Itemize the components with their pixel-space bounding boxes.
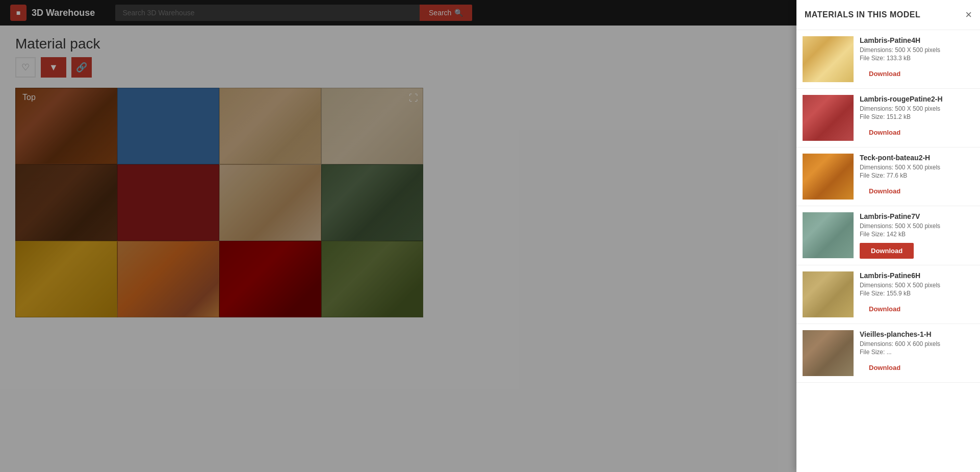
material-name: Vieilles-planches-1-H [860, 330, 974, 338]
grid-cell-5 [15, 164, 117, 241]
material-name: Lambris-Patine7V [860, 212, 974, 220]
grid-cell-7 [219, 164, 321, 241]
material-item: Lambris-Patine6HDimensions: 500 X 500 pi… [796, 265, 980, 324]
grid-cell-12 [321, 241, 423, 317]
search-button[interactable]: Search 🔍 [420, 5, 472, 21]
close-button[interactable]: × [965, 9, 972, 20]
grid-cell-9 [15, 241, 117, 317]
download-button[interactable]: Download [860, 126, 910, 139]
material-thumbnail [803, 154, 854, 200]
logo: ■ 3D Warehouse [0, 5, 105, 21]
material-thumbnail [803, 271, 854, 317]
material-info: Lambris-Patine4HDimensions: 500 X 500 pi… [860, 36, 974, 81]
material-info: Lambris-rougePatine2-HDimensions: 500 X … [860, 95, 974, 139]
material-item: Lambris-Patine7VDimensions: 500 X 500 pi… [796, 206, 980, 265]
material-thumbnail [803, 36, 854, 82]
material-item: Lambris-Patine4HDimensions: 500 X 500 pi… [796, 30, 980, 89]
material-info: Vieilles-planches-1-HDimensions: 600 X 6… [860, 330, 974, 375]
material-filesize: File Size: 77.6 kB [860, 172, 974, 179]
download-button[interactable]: Download [860, 361, 910, 375]
search-icon: 🔍 [454, 9, 463, 17]
viewer-label: Top [22, 93, 36, 102]
material-dimensions: Dimensions: 500 X 500 pixels [860, 164, 974, 171]
logo-text: 3D Warehouse [32, 8, 95, 18]
grid-cell-11 [219, 241, 321, 317]
material-filesize: File Size: 155.9 kB [860, 290, 974, 297]
materials-header: MATERIALS IN THIS MODEL × [796, 0, 980, 30]
material-item: Vieilles-planches-1-HDimensions: 600 X 6… [796, 324, 980, 383]
material-dimensions: Dimensions: 500 X 500 pixels [860, 222, 974, 230]
download-button[interactable]: Download [860, 67, 910, 81]
material-name: Lambris-Patine6H [860, 271, 974, 280]
grid-cell-3 [219, 88, 321, 164]
model-grid [15, 88, 423, 317]
material-filesize: File Size: 142 kB [860, 231, 974, 238]
materials-title: MATERIALS IN THIS MODEL [805, 10, 920, 19]
grid-cell-4 [321, 88, 423, 164]
model-viewer: Top ⛶ [15, 88, 423, 317]
material-dimensions: Dimensions: 500 X 500 pixels [860, 105, 974, 112]
search-input[interactable] [115, 5, 420, 21]
material-thumbnail [803, 330, 854, 376]
grid-cell-2 [117, 88, 219, 164]
material-info: Lambris-Patine6HDimensions: 500 X 500 pi… [860, 271, 974, 316]
material-dimensions: Dimensions: 500 X 500 pixels [860, 282, 974, 289]
material-filesize: File Size: 151.2 kB [860, 113, 974, 120]
logo-icon: ■ [10, 5, 27, 21]
action-button[interactable]: ▼ [41, 57, 66, 78]
material-filesize: File Size: 133.3 kB [860, 55, 974, 62]
expand-icon[interactable]: ⛶ [409, 93, 418, 104]
grid-cell-10 [117, 241, 219, 317]
material-dimensions: Dimensions: 600 X 600 pixels [860, 340, 974, 347]
material-dimensions: Dimensions: 500 X 500 pixels [860, 46, 974, 54]
material-item: Teck-pont-bateau2-HDimensions: 500 X 500… [796, 147, 980, 206]
download-button[interactable]: Download [860, 243, 914, 259]
share-button[interactable]: 🔗 [71, 57, 92, 78]
material-name: Lambris-rougePatine2-H [860, 95, 974, 103]
material-info: Lambris-Patine7VDimensions: 500 X 500 pi… [860, 212, 974, 259]
material-name: Lambris-Patine4H [860, 36, 974, 44]
like-button[interactable]: ♡ [15, 57, 36, 78]
material-thumbnail [803, 95, 854, 141]
search-label: Search [429, 9, 451, 17]
grid-cell-8 [321, 164, 423, 241]
material-name: Teck-pont-bateau2-H [860, 154, 974, 162]
material-thumbnail [803, 212, 854, 258]
materials-list[interactable]: Lambris-Patine4HDimensions: 500 X 500 pi… [796, 30, 980, 472]
download-button[interactable]: Download [860, 184, 910, 198]
material-info: Teck-pont-bateau2-HDimensions: 500 X 500… [860, 154, 974, 198]
search-bar: Search 🔍 [115, 5, 472, 21]
grid-cell-6 [117, 164, 219, 241]
material-item: Lambris-rougePatine2-HDimensions: 500 X … [796, 89, 980, 147]
materials-panel: MATERIALS IN THIS MODEL × Lambris-Patine… [796, 0, 980, 472]
material-filesize: File Size: ... [860, 349, 974, 356]
download-button[interactable]: Download [860, 302, 910, 316]
